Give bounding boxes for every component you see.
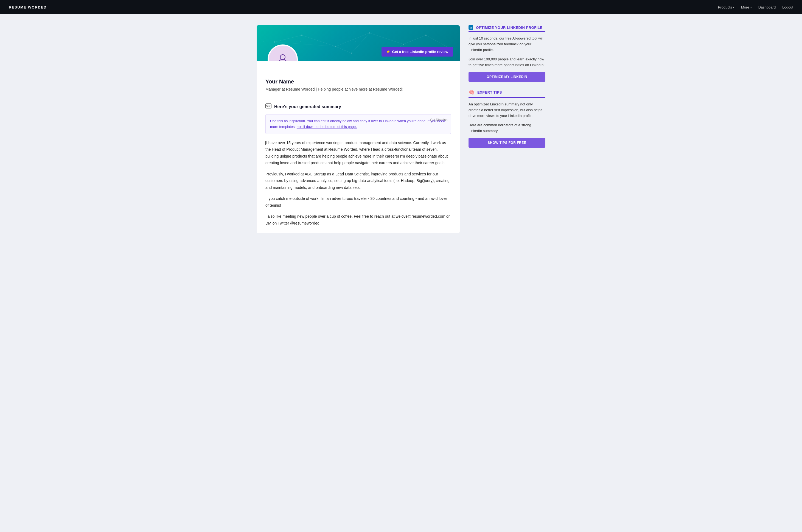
site-logo: RESUME WORDED — [9, 5, 47, 10]
brain-icon: 🧠 — [469, 90, 475, 96]
expert-card-text-2: Here are common indicators of a strong L… — [469, 122, 546, 134]
expert-card-text-1: An optimized LinkedIn summary not only c… — [469, 101, 546, 119]
linkedin-divider — [469, 31, 546, 32]
profile-name: Your Name — [265, 78, 451, 85]
avatar — [268, 44, 298, 61]
main-content: ★ Get a free LinkedIn profile review You… — [256, 25, 460, 233]
navigation: RESUME WORDED Products ▾ More ▾ Dashboar… — [0, 0, 802, 14]
linkedin-review-button[interactable]: ★ Get a free LinkedIn profile review — [382, 47, 453, 57]
more-chevron-icon: ▾ — [750, 6, 752, 9]
user-icon — [276, 52, 289, 61]
expert-card-header: 🧠 EXPERT TIPS — [469, 90, 546, 96]
star-icon: ★ — [386, 50, 390, 54]
summary-paragraph-4: I also like meeting new people over a cu… — [265, 213, 451, 226]
summary-heading: Here's your generated summary — [265, 103, 451, 110]
optimize-linkedin-button[interactable]: OPTIMIZE MY LINKEDIN — [469, 72, 546, 82]
nav-products[interactable]: Products ▾ — [718, 5, 734, 10]
nav-links: Products ▾ More ▾ Dashboard Logout — [718, 5, 793, 10]
linkedin-card-header: in OPTIMIZE YOUR LINKEDIN PROFILE — [469, 25, 546, 30]
linkedin-card-title: OPTIMIZE YOUR LINKEDIN PROFILE — [476, 25, 542, 30]
svg-line-10 — [302, 35, 336, 46]
profile-title: Manager at Resume Worded | Helping peopl… — [265, 87, 451, 91]
scroll-link[interactable]: scroll down to the bottom of this page. — [297, 125, 357, 129]
expert-card-title: EXPERT TIPS — [477, 90, 502, 94]
show-tips-button[interactable]: SHOW TIPS FOR FREE — [469, 138, 546, 148]
profile-info: Your Name Manager at Resume Worded | Hel… — [256, 61, 460, 97]
summary-section: Here's your generated summary Use this a… — [256, 97, 460, 233]
linkedin-card-text-2: Join over 100,000 people and learn exact… — [469, 57, 546, 68]
svg-line-9 — [275, 35, 302, 42]
nav-more[interactable]: More ▾ — [741, 5, 752, 10]
text-cursor — [265, 141, 266, 145]
svg-point-19 — [280, 55, 285, 60]
dismiss-icon: ✕ — [431, 118, 435, 122]
summary-paragraph-1: I have over 15 years of experience worki… — [265, 139, 451, 166]
profile-avatar-container — [268, 44, 298, 61]
id-card-icon — [265, 103, 271, 110]
svg-line-15 — [336, 46, 351, 53]
page-wrapper: ★ Get a free LinkedIn profile review You… — [250, 14, 552, 244]
summary-heading-text: Here's your generated summary — [274, 104, 341, 109]
svg-point-21 — [267, 105, 268, 107]
linkedin-icon: in — [469, 25, 473, 30]
info-box: Use this as inspiration. You can edit it… — [265, 114, 451, 134]
svg-line-12 — [369, 33, 403, 44]
generated-text[interactable]: I have over 15 years of experience worki… — [265, 139, 451, 227]
svg-line-16 — [351, 33, 369, 53]
expert-divider — [469, 97, 546, 98]
summary-paragraph-2: Previously, I worked at ABC Startup as a… — [265, 171, 451, 191]
summary-paragraph-3: If you catch me outside of work, I'm an … — [265, 195, 451, 209]
nav-dashboard[interactable]: Dashboard — [758, 5, 776, 10]
info-box-text: Use this as inspiration. You can edit it… — [270, 118, 446, 130]
sidebar: in OPTIMIZE YOUR LINKEDIN PROFILE In jus… — [469, 25, 546, 148]
linkedin-optimize-card: in OPTIMIZE YOUR LINKEDIN PROFILE In jus… — [469, 25, 546, 82]
svg-line-11 — [336, 33, 369, 46]
dismiss-button[interactable]: ✕ Dismiss — [431, 118, 447, 122]
svg-line-13 — [403, 35, 426, 44]
products-chevron-icon: ▾ — [733, 6, 734, 9]
expert-tips-card: 🧠 EXPERT TIPS An optimized LinkedIn summ… — [469, 90, 546, 148]
nav-logout[interactable]: Logout — [782, 5, 793, 10]
linkedin-card-text-1: In just 10 seconds, our free AI-powered … — [469, 36, 546, 53]
profile-banner: ★ Get a free LinkedIn profile review — [256, 25, 460, 61]
